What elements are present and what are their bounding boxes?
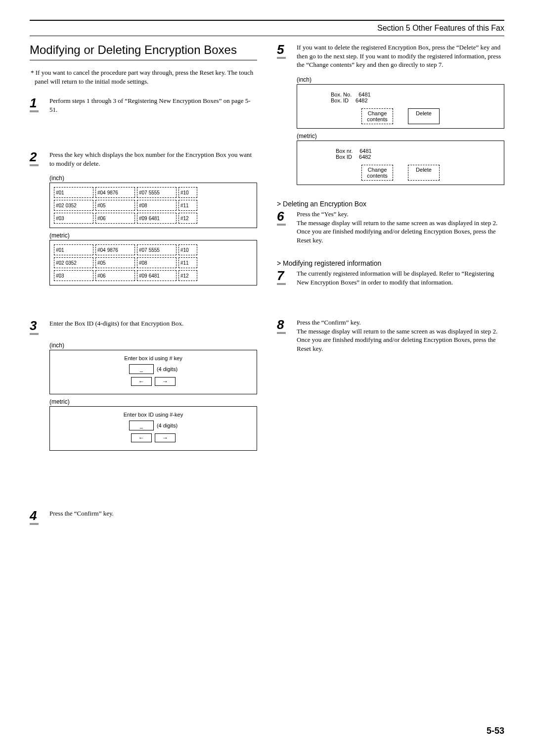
inch-label-2: (inch) xyxy=(49,342,257,349)
box-slot[interactable]: #05 xyxy=(95,257,135,268)
box-slot[interactable]: #075555 xyxy=(137,244,177,255)
id-input[interactable]: _ xyxy=(129,421,154,430)
page-number: 5-53 xyxy=(487,726,504,736)
metric-label-2: (metric) xyxy=(49,398,257,405)
box-no-label: Box. No. xyxy=(331,92,352,97)
box-no-value: 6481 xyxy=(358,92,370,97)
box-slot[interactable]: #020352 xyxy=(54,200,93,211)
box-id-label: Box. ID xyxy=(331,97,349,103)
arrow-left-button[interactable]: ← xyxy=(131,377,152,386)
digits-hint: (4 digits) xyxy=(157,423,178,428)
box-slot[interactable]: #096481 xyxy=(137,213,177,224)
step-6-text: Press the “Yes” key. The message display… xyxy=(297,210,504,244)
step-1-number: 1 xyxy=(30,96,39,112)
step-7-number: 7 xyxy=(277,269,286,285)
box-slot[interactable]: #05 xyxy=(95,200,135,211)
id-prompt: Enter box id using # key xyxy=(50,355,257,361)
section-header: Section 5 Other Features of this Fax xyxy=(30,22,504,36)
id-panel-inch: Enter box id using # key _ (4 digits) ← … xyxy=(49,350,257,394)
delete-button[interactable]: Delete xyxy=(408,165,440,181)
box-slot[interactable]: #10 xyxy=(178,187,197,198)
box-no-value: 6481 xyxy=(359,148,371,154)
box-slot[interactable]: #075555 xyxy=(137,187,177,198)
box-grid-inch: #01 #049876 #075555 #10 #020352 #05 #08 … xyxy=(49,183,257,228)
inch-label: (inch) xyxy=(49,175,257,182)
step-3-text: Enter the Box ID (4-digits) for that Enc… xyxy=(49,319,257,328)
box-id-value: 6482 xyxy=(356,97,367,103)
page-title: Modifying or Deleting Encryption Boxes xyxy=(30,43,257,57)
step-4-text: Press the “Confirm” key. xyxy=(49,509,257,518)
left-column: Modifying or Deleting Encryption Boxes *… xyxy=(30,43,257,532)
box-slot[interactable]: #12 xyxy=(178,213,197,224)
box-slot[interactable]: #049876 xyxy=(95,187,135,198)
deleting-subheading: > Deleting an Encryption Box xyxy=(277,200,504,208)
box-slot[interactable]: #020352 xyxy=(54,257,93,268)
confirm-panel-inch: Box. No.6481 Box. ID6482 Change contents… xyxy=(297,84,504,129)
digits-hint: (4 digits) xyxy=(157,366,178,372)
box-slot[interactable]: #11 xyxy=(178,200,197,211)
arrow-right-button[interactable]: → xyxy=(155,377,176,386)
box-slot[interactable]: #01 xyxy=(54,244,93,255)
box-slot[interactable]: #08 xyxy=(137,200,177,211)
box-slot[interactable]: #01 xyxy=(54,187,93,198)
box-slot[interactable]: #11 xyxy=(178,257,197,268)
delete-button[interactable]: Delete xyxy=(408,108,440,124)
arrow-right-button[interactable]: → xyxy=(155,433,176,442)
box-slot[interactable]: #12 xyxy=(178,270,197,281)
box-slot[interactable]: #03 xyxy=(54,270,93,281)
step-2-text: Press the key which displays the box num… xyxy=(49,150,257,168)
box-no-label: Box nr. xyxy=(336,148,353,154)
metric-label: (metric) xyxy=(49,232,257,239)
right-column: 5 If you want to delete the registered E… xyxy=(277,43,504,532)
box-slot[interactable]: #03 xyxy=(54,213,93,224)
box-slot[interactable]: #06 xyxy=(95,213,135,224)
metric-label-3: (metric) xyxy=(297,133,504,140)
box-grid-metric: #01 #049876 #075555 #10 #020352 #05 #08 … xyxy=(49,240,257,285)
confirm-panel-metric: Box nr.6481 Box ID6482 Change contents D… xyxy=(297,141,504,185)
box-slot[interactable]: #06 xyxy=(95,270,135,281)
change-contents-button[interactable]: Change contents xyxy=(361,165,393,181)
step-2-number: 2 xyxy=(30,150,39,166)
step-1-text: Perform steps 1 through 3 of “Registerin… xyxy=(49,96,257,114)
change-contents-button[interactable]: Change contents xyxy=(361,108,393,124)
step-6-number: 6 xyxy=(277,210,286,226)
id-panel-metric: Enter box ID using #-key _ (4 digits) ← … xyxy=(49,406,257,451)
step-8-text: Press the “Confirm” key. The message dis… xyxy=(297,318,504,353)
box-slot[interactable]: #10 xyxy=(178,244,197,255)
id-input[interactable]: _ xyxy=(129,364,154,374)
inch-label-3: (inch) xyxy=(297,76,504,83)
modifying-subheading: > Modifying registered information xyxy=(277,259,504,267)
step-5-number: 5 xyxy=(277,43,286,59)
step-8-number: 8 xyxy=(277,318,286,334)
step-3-number: 3 xyxy=(30,319,39,335)
box-id-value: 6482 xyxy=(359,154,371,160)
step-7-text: The currently registered information wil… xyxy=(297,269,504,286)
id-prompt: Enter box ID using #-key xyxy=(50,412,257,418)
box-slot[interactable]: #049876 xyxy=(95,244,135,255)
cancel-note: * If you want to cancel the procedure pa… xyxy=(30,68,257,86)
step-4-number: 4 xyxy=(30,509,39,525)
step-5-text: If you want to delete the registered Enc… xyxy=(297,43,504,69)
box-slot[interactable]: #096481 xyxy=(137,270,177,281)
arrow-left-button[interactable]: ← xyxy=(131,433,152,442)
box-id-label: Box ID xyxy=(336,154,352,160)
box-slot[interactable]: #08 xyxy=(137,257,177,268)
